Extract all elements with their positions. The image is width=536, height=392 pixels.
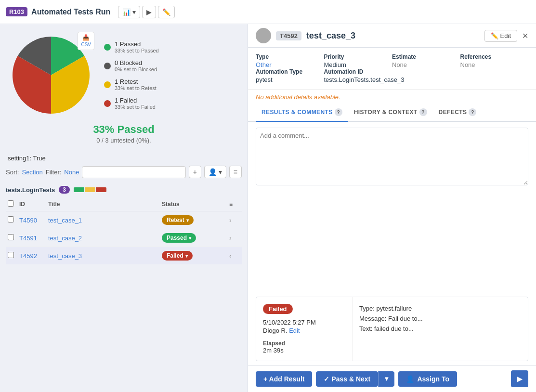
legend-text-blocked: 0 Blocked 0% set to Blocked [115, 59, 157, 72]
group-name: tests.LoginTests [6, 186, 55, 194]
percent-passed-text: 33% Passed [93, 123, 154, 136]
main-area: 📥CSV [0, 24, 536, 392]
row-action[interactable]: › [227, 211, 242, 229]
chevron-right-icon[interactable]: › [229, 216, 232, 224]
mini-bar-green [74, 187, 84, 192]
row-checkbox[interactable] [8, 252, 14, 258]
add-filter-button[interactable]: + [189, 166, 201, 178]
edit-result-link[interactable]: Edit [289, 327, 300, 334]
test-table: ID Title Status ≡ T4590 test_case_1 Rete… [6, 197, 242, 264]
row-checkbox[interactable] [8, 216, 14, 222]
results-help-icon[interactable]: ? [335, 108, 342, 116]
legend-dot-passed [104, 44, 111, 51]
pie-chart-container: 📥CSV [8, 32, 94, 118]
row-checkbox-cell [6, 229, 17, 247]
table-row[interactable]: T4592 test_case_3 Failed ▾ ‹ [6, 247, 242, 265]
result-type-line: Type: pytest.failure [359, 304, 521, 314]
legend-dot-retest [104, 81, 111, 88]
play-button[interactable]: ▶ [142, 6, 156, 18]
row-status[interactable]: Retest ▾ [160, 211, 227, 229]
percent-section: 33% Passed 0 / 3 untested (0%). [93, 123, 154, 144]
sort-value[interactable]: Section [22, 169, 42, 176]
col-header-title: Title [46, 197, 160, 211]
meta-automation-type: Automation Type pytest [256, 68, 324, 83]
csv-export-button[interactable]: 📥CSV [78, 32, 94, 50]
row-title[interactable]: test_case_1 [46, 211, 160, 229]
failed-status-badge: Failed [263, 304, 293, 314]
table-row[interactable]: T4591 test_case_2 Passed ▾ › [6, 229, 242, 247]
col-header-status: Status [160, 197, 227, 211]
pass-next-button[interactable]: ✓ Pass & Next [316, 371, 378, 387]
chart-icon-button[interactable]: 📊 ▾ [118, 6, 140, 18]
col-header-checkbox [6, 197, 17, 211]
play-button[interactable]: ▶ [511, 370, 528, 387]
row-id[interactable]: T4591 [17, 229, 46, 247]
setting-text: setting1: True [0, 152, 248, 162]
result-right: Type: pytest.failure Message: Fail due t… [353, 297, 528, 361]
select-all-checkbox[interactable] [8, 200, 14, 207]
case-id-badge: T4592 [276, 31, 301, 40]
row-id[interactable]: T4592 [17, 247, 46, 265]
elapsed-value: 2m 39s [263, 347, 345, 354]
legend-item-passed: 1 Passed 33% set to Passed [104, 40, 159, 53]
assign-filter-button[interactable]: 👤 ▾ [204, 166, 226, 178]
edit-case-button[interactable]: ✏️ Edit [484, 30, 517, 42]
filter-input[interactable] [82, 166, 185, 178]
filter-value[interactable]: None [64, 169, 79, 176]
meta-priority-value: Medium [324, 61, 392, 68]
status-pill[interactable]: Passed ▾ [162, 233, 196, 243]
row-checkbox-cell [6, 247, 17, 265]
filter-bar: Sort: Section Filter: None + 👤 ▾ ≡ [0, 162, 248, 182]
row-title[interactable]: test_case_2 [46, 229, 160, 247]
comment-area [248, 122, 536, 293]
filter-label: Filter: [46, 169, 62, 176]
table-section: tests.LoginTests 3 ID Title Status ≡ [0, 182, 248, 264]
col-header-actions: ≡ [227, 197, 242, 211]
no-details-text: No additional details available. [248, 90, 536, 104]
row-checkbox[interactable] [8, 234, 14, 240]
top-header: R103 Automated Tests Run 📊 ▾ ▶ ✏️ [0, 0, 536, 24]
meta-references-label: References [460, 53, 529, 60]
legend-item-failed: 1 Failed 33% set to Failed [104, 97, 159, 110]
chevron-right-icon[interactable]: › [229, 234, 232, 242]
tab-history-context[interactable]: HISTORY & CONTEXT ? [348, 104, 433, 122]
meta-estimate-value: None [392, 61, 460, 68]
chart-legend: 1 Passed 33% set to Passed 0 Blocked 0% … [104, 40, 159, 110]
row-status[interactable]: Passed ▾ [160, 229, 227, 247]
header-icons: 📊 ▾ ▶ ✏️ [118, 6, 175, 18]
mini-progress-bar [74, 187, 106, 192]
defects-help-icon[interactable]: ? [469, 108, 476, 116]
status-pill[interactable]: Retest ▾ [162, 215, 194, 225]
sort-label: Sort: [6, 169, 19, 176]
table-row[interactable]: T4590 test_case_1 Retest ▾ › [6, 211, 242, 229]
row-status[interactable]: Failed ▾ [160, 247, 227, 265]
row-title[interactable]: test_case_3 [46, 247, 160, 265]
chart-row: 📥CSV [8, 32, 240, 118]
pass-next-dropdown-button[interactable]: ▼ [378, 371, 394, 387]
run-id-badge: R103 [6, 7, 27, 16]
tab-results-comments[interactable]: RESULTS & COMMENTS ? [256, 104, 348, 122]
result-left: Failed 5/10/2022 5:27 PM Diogo R. Edit E… [256, 297, 353, 361]
close-detail-button[interactable]: ✕ [522, 31, 528, 40]
row-action[interactable]: › [227, 229, 242, 247]
assign-to-button[interactable]: 👤 Assign To [398, 371, 457, 387]
add-result-button[interactable]: + Add Result [256, 371, 312, 387]
group-badge: 3 [59, 186, 70, 194]
legend-text-failed: 1 Failed 33% set to Failed [115, 97, 156, 110]
case-title: test_case_3 [306, 31, 480, 41]
row-action[interactable]: ‹ [227, 247, 242, 265]
meta-priority-label: Priority [324, 53, 392, 60]
edit-icon-button[interactable]: ✏️ [158, 6, 175, 18]
detail-header: T4592 test_case_3 ✏️ Edit ✕ [248, 24, 536, 48]
elapsed-label: Elapsed [263, 340, 345, 347]
row-id[interactable]: T4590 [17, 211, 46, 229]
history-help-icon[interactable]: ? [419, 108, 427, 116]
columns-button[interactable]: ≡ [229, 166, 242, 178]
meta-references: References None [460, 53, 529, 68]
result-user: Diogo R. Edit [263, 327, 345, 334]
meta-type-label: Type [256, 53, 324, 60]
chevron-left-icon[interactable]: ‹ [229, 252, 232, 260]
status-pill[interactable]: Failed ▾ [162, 251, 193, 261]
tab-defects[interactable]: DEFECTS ? [433, 104, 483, 122]
comment-textarea[interactable] [256, 128, 528, 185]
